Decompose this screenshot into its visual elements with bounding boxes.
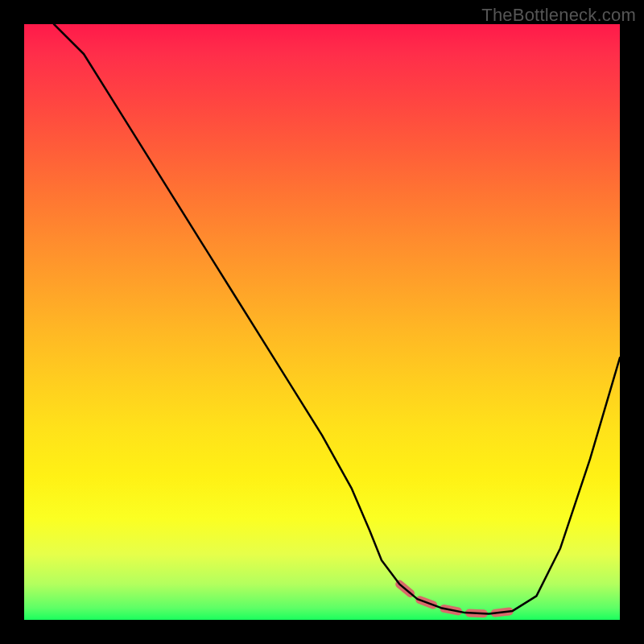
chart-svg [24, 24, 620, 620]
watermark-text: TheBottleneck.com [481, 5, 636, 26]
main-curve-line [54, 24, 620, 614]
plot-area [24, 24, 620, 620]
